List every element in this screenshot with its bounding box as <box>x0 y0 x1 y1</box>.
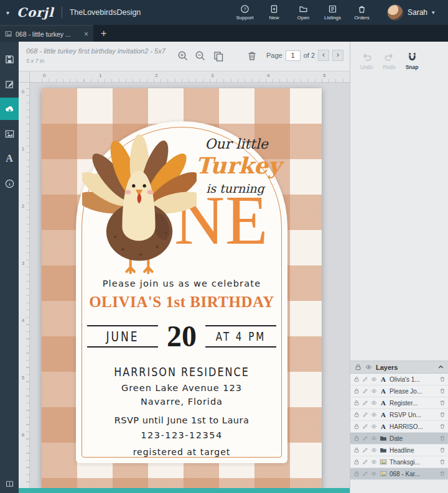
brand-logo[interactable]: Corjl <box>17 5 54 20</box>
delete-layer-icon[interactable] <box>439 388 446 394</box>
edit-tool-button[interactable] <box>0 73 19 95</box>
layer-name[interactable]: Olivia's 1... <box>390 376 437 383</box>
duplicate-button[interactable] <box>213 50 225 63</box>
visibility-icon[interactable] <box>371 447 377 453</box>
user-menu[interactable]: Sarah ▾ <box>387 0 435 25</box>
turkey-illustration[interactable] <box>82 131 197 274</box>
lock-icon[interactable] <box>353 423 360 430</box>
lock-icon[interactable] <box>353 388 360 394</box>
undo-button[interactable]: Undo <box>360 52 373 70</box>
date-month-text[interactable]: JUNE <box>106 328 139 344</box>
lock-icon[interactable] <box>353 400 360 406</box>
arch-panel[interactable]: NE <box>76 121 287 463</box>
delete-layer-icon[interactable] <box>439 471 446 477</box>
nav-orders[interactable]: Orders <box>347 0 376 25</box>
next-page-button[interactable]: › <box>332 50 343 61</box>
delete-layer-icon[interactable] <box>439 412 446 418</box>
horizontal-scrollbar[interactable] <box>19 488 350 493</box>
delete-layer-icon[interactable] <box>439 459 446 465</box>
edit-layer-icon[interactable] <box>362 471 368 477</box>
layer-name[interactable]: Please Jo... <box>390 388 437 395</box>
info-button[interactable] <box>0 172 19 195</box>
nav-support[interactable]: ?Support <box>230 0 259 25</box>
layer-row[interactable]: APlease Jo... <box>350 385 448 397</box>
edit-layer-icon[interactable] <box>362 459 368 465</box>
lock-icon[interactable] <box>353 412 360 418</box>
images-button[interactable] <box>0 122 19 145</box>
layer-name[interactable]: Register... <box>390 400 437 407</box>
layer-row[interactable]: Headline <box>350 445 448 456</box>
edit-layer-icon[interactable] <box>362 423 368 430</box>
lock-icon[interactable] <box>353 376 360 382</box>
edit-layer-icon[interactable] <box>362 388 368 394</box>
visibility-icon[interactable] <box>371 423 377 430</box>
nav-open[interactable]: Open <box>289 0 318 25</box>
address2-text[interactable]: Navarre, Florida <box>76 397 287 407</box>
text-tool-button[interactable]: A <box>0 147 19 170</box>
intro-line1-text[interactable]: Our little <box>193 136 280 152</box>
delete-layer-icon[interactable] <box>439 435 446 441</box>
layer-name[interactable]: HARRISO... <box>390 423 437 430</box>
edit-layer-icon[interactable] <box>362 412 368 418</box>
edit-layer-icon[interactable] <box>362 400 368 406</box>
visibility-all-icon[interactable] <box>365 364 372 371</box>
layer-row[interactable]: Date <box>350 433 448 445</box>
lock-all-icon[interactable] <box>355 364 362 371</box>
lock-icon[interactable] <box>353 459 360 465</box>
layer-row[interactable]: ARegister... <box>350 397 448 409</box>
tab-close-icon[interactable]: × <box>84 30 88 39</box>
nav-listings[interactable]: Listings <box>318 0 347 25</box>
zoom-in-button[interactable] <box>177 50 190 63</box>
phone-text[interactable]: 123-123-12354 <box>76 430 287 440</box>
visibility-icon[interactable] <box>371 400 377 406</box>
registry-text[interactable]: registered at target <box>76 447 287 457</box>
lock-icon[interactable] <box>353 471 360 477</box>
delete-layer-icon[interactable] <box>439 400 446 406</box>
intro-line2-text[interactable]: Turkey <box>192 152 285 178</box>
layer-name[interactable]: Thanksgi... <box>390 459 437 466</box>
layer-row[interactable]: 068 - Kar... <box>350 468 448 480</box>
layer-name[interactable]: Date <box>390 435 437 442</box>
celebrate-text[interactable]: Please join us as we celebrate <box>76 279 287 288</box>
layer-name[interactable]: Headline <box>390 447 437 454</box>
visibility-icon[interactable] <box>371 435 377 441</box>
layer-row[interactable]: Thanksgi... <box>350 456 448 468</box>
delete-layer-icon[interactable] <box>439 376 446 382</box>
edit-layer-icon[interactable] <box>362 447 368 453</box>
edit-layer-icon[interactable] <box>362 435 368 441</box>
lock-icon[interactable] <box>353 435 360 441</box>
venue-text[interactable]: HARRISON RESIDENCE <box>76 366 287 378</box>
visibility-icon[interactable] <box>371 412 377 418</box>
visibility-icon[interactable] <box>371 388 377 394</box>
help-book-button[interactable] <box>0 476 19 491</box>
birthday-headline-text[interactable]: OLIVIA'S 1st BIRTHDAY <box>76 293 287 311</box>
page-number-input[interactable] <box>286 50 301 61</box>
nav-new[interactable]: New <box>259 0 289 25</box>
layer-row[interactable]: ARSVP Un... <box>350 409 448 421</box>
date-day-text[interactable]: 20 <box>167 319 197 353</box>
main-menu-caret-icon[interactable]: ▾ <box>6 9 9 16</box>
delete-layer-icon[interactable] <box>439 423 446 430</box>
edit-layer-icon[interactable] <box>362 376 368 382</box>
collapse-chevron-icon[interactable] <box>437 364 444 371</box>
prev-page-button[interactable]: ‹ <box>318 50 329 61</box>
lock-icon[interactable] <box>353 447 360 453</box>
address1-text[interactable]: Green Lake Avenue 123 <box>76 383 287 393</box>
delete-layer-icon[interactable] <box>439 447 446 453</box>
date-time-text[interactable]: AT 4 PM <box>216 329 266 344</box>
delete-button[interactable] <box>246 50 259 63</box>
invitation-design[interactable]: NE <box>42 88 322 489</box>
redo-button[interactable]: Redo <box>383 52 395 70</box>
layer-name[interactable]: RSVP Un... <box>390 412 437 418</box>
layers-header[interactable]: Layers <box>350 361 448 374</box>
intro-line3-text[interactable]: is turning <box>192 182 279 195</box>
layer-row[interactable]: AOlivia's 1... <box>350 374 448 385</box>
zoom-out-button[interactable] <box>195 50 207 63</box>
rsvp-text[interactable]: RSVP until June 1st to Laura <box>76 415 287 425</box>
layer-name[interactable]: 068 - Kar... <box>390 471 437 477</box>
document-tab[interactable]: 068 - little turkey ... × <box>0 25 93 42</box>
visibility-icon[interactable] <box>371 376 377 382</box>
visibility-icon[interactable] <box>371 471 377 477</box>
date-block[interactable]: JUNE 20 AT 4 PM <box>87 319 276 353</box>
snap-toggle[interactable]: Snap <box>406 52 419 70</box>
